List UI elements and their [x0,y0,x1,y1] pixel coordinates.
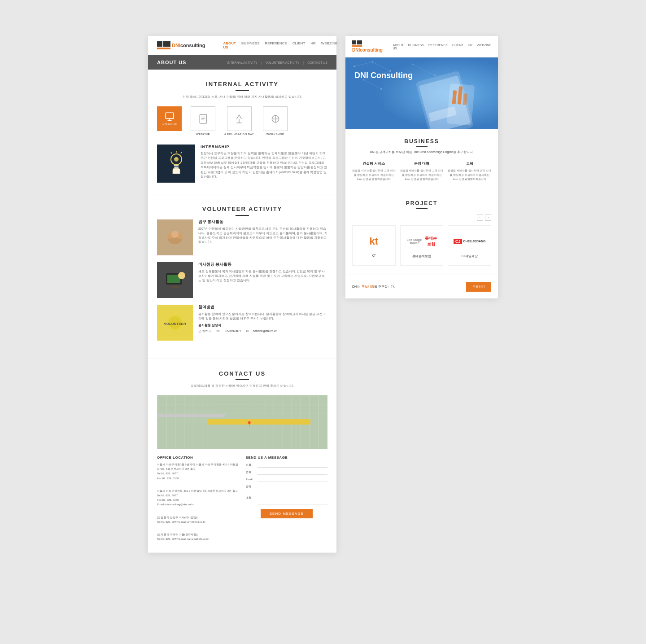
project-prev-button[interactable]: ‹ [477,215,483,221]
contact-divider [236,379,249,380]
hero-area: DNI Consulting [345,57,498,129]
hero-title: DNI Consulting [354,71,489,80]
nav-about[interactable]: ABOUT US [223,41,236,49]
tab-internship[interactable]: INTERNSHIP [157,106,182,136]
right-nav-webzine[interactable]: WEBZINE [477,44,491,50]
internal-activity-section: INTERNAL ACTIVITY 인재 육성, 고객과의 소통, 사내 단합을… [148,70,336,194]
right-nav-client[interactable]: CLIENT [452,44,463,50]
breadcrumb-internal[interactable]: INTERNAL ACTIVITY [227,61,257,64]
right-nav-hr[interactable]: HR [468,44,472,50]
biz-col-title-2: 운영 대형 [400,161,444,166]
nav-webzine[interactable]: WEBZINE [321,41,337,49]
foundation-icon-box [227,106,252,131]
project-logo-lotte: Life Stage Maker 롯데손보험 [405,232,439,250]
project-next-button[interactable]: › [485,215,491,221]
volunteer-divider [236,215,249,216]
internal-activity-title: INTERNAL ACTIVITY [157,81,327,88]
volunteer-image-2 [157,262,193,298]
svg-line-21 [181,152,182,153]
right-nav-reference[interactable]: REFERENCE [428,44,448,50]
send-row-message: 내용 [246,491,328,504]
send-row-phone: 연락 [246,469,328,475]
office-manager2-tel: Tel 02. 929. 9077 E-mail nahana@dhi.co.k… [157,537,239,541]
send-input-phone[interactable] [258,469,328,475]
send-input-name[interactable] [258,462,328,468]
volunteer-item-2: 미사쳄딩 봉사활동 새로 심유활동에 복지 미사쳄딩과 자원 봉사활동을 진행하… [157,262,327,298]
footer-button[interactable]: 문해하기 [466,282,491,292]
lightbulb-svg [167,151,185,176]
internship-block: INTERNSHIP 현장에서 요구하는 역량을 익히며 능력을 발휘하는 인재… [157,145,327,183]
svg-rect-6 [200,114,206,123]
volunteer-img-inner-2 [157,262,193,298]
svg-rect-33 [352,40,356,44]
send-input-message[interactable] [258,491,328,504]
project-divider [416,208,428,209]
logo-text: DNIconsulting [172,43,205,48]
volunteer-text-1: 2007년 단원들이 발로뛰며 사회공헌의 일환으로 새로 우리 주변의 봉사활… [198,227,327,244]
project-logo-kt: kt [357,232,391,250]
internship-heading: INTERNSHIP [201,145,327,149]
project-card-lotte[interactable]: Life Stage Maker 롯데손보험 롯데손해보험 [400,225,444,266]
volunteer-section: VOLUNTEER ACTIVITY 법꾸 봉사활동 [148,194,336,359]
internship-image [157,145,195,183]
footer-highlight: 후보니즘 [362,285,374,288]
office-address2: 서울시 마포구 아현동 430-3 마현빌딩 5동, 5층은 전세이구 2번 출… [157,489,239,493]
business-divider [416,146,428,147]
map-road-h [208,419,310,425]
send-input-phone2[interactable] [258,484,328,489]
foundation-tab-label: A FOUNDATION DAY [224,133,254,136]
contact-email: nahana@dni.co.kr [253,329,277,333]
volunteer-badge-icon: VOLUNTEER [164,311,186,334]
svg-rect-17 [174,165,179,166]
svg-text:VOLUNTEER: VOLUNTEER [164,322,186,326]
tab-webzine[interactable]: WEBZINE [191,106,215,136]
nav-bar: DNIconsulting ABOUT US BUSINESS REFERENC… [148,36,336,55]
send-label-message: 내용 [246,496,255,500]
svg-rect-35 [352,45,362,47]
right-logo-text: DNIconsulting [352,48,383,53]
svg-point-16 [174,157,179,162]
send-label-email: Email [246,478,255,481]
project-card-cj[interactable]: CJ CHEILJEDANG CJ제일제당 [448,225,491,266]
send-message-button[interactable]: SEND MESSAGE [261,509,313,518]
breadcrumb-volunteer[interactable]: VOLUNTEER ACTIVITY [265,61,299,64]
project-name-kt: KT [357,254,391,257]
tab-workshop[interactable]: WORKSHOP [263,106,288,136]
activity-tabs: INTERNSHIP WEBZINE [157,106,327,136]
nav-business[interactable]: BUSINESS [241,41,259,49]
contact-label: 봉사활동 담당자 [198,324,221,327]
svg-rect-29 [170,286,179,288]
send-label-phone2: 연락 [246,485,255,489]
header-title: ABOUT US [157,60,186,65]
business-title: BUSINESS [352,138,491,145]
right-nav-business[interactable]: BUSINESS [408,44,423,50]
page-wrapper: DNIconsulting ABOUT US BUSINESS REFERENC… [9,18,637,571]
send-row-phone2: 연락 [246,484,328,489]
volunteer-title-3: 참여방법 [198,305,327,310]
nav-client[interactable]: CLIENT [292,41,305,49]
header-band: ABOUT US INTERNAL ACTIVITY | VOLUNTEER A… [148,55,336,70]
right-panel: DNIconsulting ABOUT US BUSINESS REFERENC… [345,36,498,298]
send-label-name: 이름 [246,463,255,467]
nav-hr[interactable]: HR [310,41,316,49]
volunteer-text-3: 봉사활동 참여이 있으신 분께서는 참여이됩니다. 봉사활동에 참여하고자 하시… [198,312,327,321]
breadcrumb-contact[interactable]: CONTACT US [307,61,327,64]
biz-col-text-1: 컨설팅 서비스를 실시하여 고객 리더 를 향상하고 지원하며 지원시에는 In… [352,169,396,182]
volunteer-content-2: 미사쳄딩 봉사활동 새로 심유활동에 복지 미사쳄딩과 자원 봉사활동을 진행하… [198,262,327,298]
project-card-kt[interactable]: kt KT [352,225,396,266]
project-name-cj: CJ제일제당 [453,254,486,258]
contact-row: 오 박하리 ☏ 02-929-9077 ✉ nahana@dni.co.kr [198,329,327,333]
office-address1: 서울시 마포구 아현3동 6번지 미 서울시 마포구 아현동 430-3 마현빌… [157,462,239,471]
business-grid: 컨설팅 서비스 컨설팅 서비스를 실시하여 고객 리더 를 향상하고 지원하며 … [352,161,491,182]
tab-foundation[interactable]: A FOUNDATION DAY [224,106,254,136]
right-logo-icon [352,40,362,47]
logo: DNIconsulting [157,41,205,49]
send-input-email[interactable] [258,477,328,482]
project-nav: ‹ › [352,215,491,221]
nav-reference[interactable]: REFERENCE [265,41,287,49]
right-nav-about[interactable]: ABOUT US [393,44,403,50]
volunteer-content-3: 참여방법 봉사활동 참여이 있으신 분께서는 참여이됩니다. 봉사활동에 참여하… [198,305,327,341]
teacher-icon [164,269,186,291]
biz-col-text-2: 컨설팅 서비스를 실시하여 고객 리더 를 향상하고 지원하며 지원시에는 In… [400,169,444,182]
send-message-col: SEND US A MESSAGE 이름 연락 Email 연락 [246,456,328,541]
